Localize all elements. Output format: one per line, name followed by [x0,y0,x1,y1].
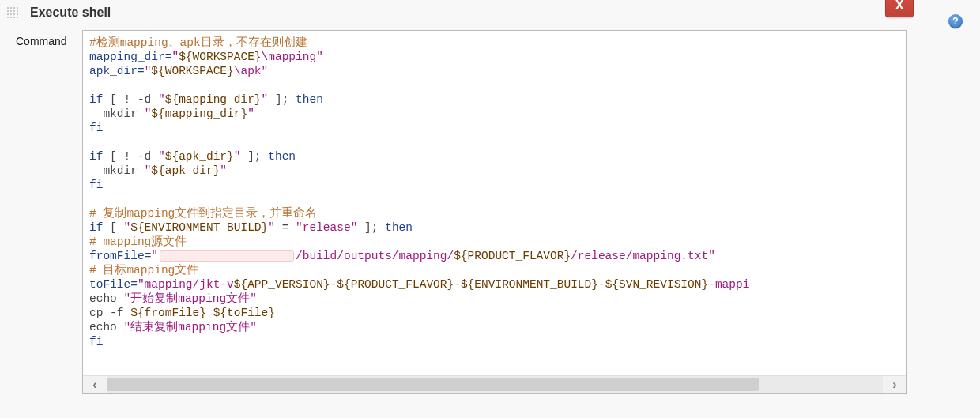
code-comment: # mapping源文件 [89,235,187,248]
code-kw: fi [89,335,103,348]
code-str: \apk" [234,65,269,77]
code-comment: # 目标mapping文件 [89,264,198,277]
code-str: /release/mapping.txt" [571,250,715,262]
scroll-right-icon[interactable]: › [883,376,906,393]
code-expansion: ${fromFile} [130,307,206,319]
command-label: Command [16,30,82,394]
svg-rect-1 [10,7,12,9]
svg-rect-2 [13,7,15,9]
code-op: = [138,65,145,77]
code-expansion: ${PRODUCT_FLAVOR} [337,278,454,291]
code-str: " [220,164,227,177]
code-str: -mappi [708,278,749,291]
code-expansion: ${WORKSPACE} [179,51,261,63]
code-text: [ [110,221,123,234]
code-kw: if [89,221,110,234]
code-expansion: ${mapping_dir} [151,107,247,120]
code-text: [ ! -d [110,93,158,106]
code-str: \mapping" [262,51,323,63]
svg-rect-9 [10,13,12,15]
code-text: ]; [357,221,385,234]
horizontal-scrollbar[interactable]: ‹ › [83,375,906,393]
code-text: = [275,221,296,234]
code-expansion: ${ENVIRONMENT_BUILD} [461,278,598,291]
scroll-thumb[interactable] [107,378,759,391]
command-row: Command #检测mapping、apk目录，不存在则创建 mapping_… [8,30,972,394]
code-text: echo [89,321,124,333]
code-comment: #检测mapping、apk目录，不存在则创建 [89,36,307,49]
code-str: - [454,278,461,291]
code-kw: fi [89,122,103,134]
code-op: = [130,278,138,291]
svg-rect-11 [17,13,18,15]
code-str: " [151,250,158,262]
code-str: " [268,221,275,234]
code-text: [ ! -d [110,150,158,163]
code-str: - [598,278,605,291]
code-expansion: ${SVN_REVISION} [605,278,709,291]
code-kw: if [89,93,110,106]
code-expansion: ${ENVIRONMENT_BUILD} [130,221,268,234]
code-text: mkdir [89,164,145,177]
code-str: "release" [296,221,357,234]
svg-rect-8 [7,13,9,15]
scroll-track[interactable] [107,376,883,393]
redacted-path [160,250,294,262]
code-expansion: ${apk_dir} [165,150,234,163]
scroll-left-icon[interactable]: ‹ [83,376,107,393]
code-str: "开始复制mapping文件" [124,292,257,305]
code-text: mkdir [89,107,145,120]
code-str: " [158,93,165,106]
code-text: echo [89,292,124,305]
code-kw: then [268,150,296,163]
code-expansion: ${WORKSPACE} [151,65,233,77]
build-step-execute-shell: Execute shell X ? Command #检测mapping、apk… [0,0,980,401]
svg-rect-4 [7,10,9,12]
svg-rect-15 [17,17,18,18]
code-text: ]; [268,93,296,106]
code-comment: # 复制mapping文件到指定目录，并重命名 [89,207,317,220]
code-expansion: ${APP_VERSION} [234,278,330,291]
svg-rect-6 [13,10,15,12]
code-expansion: ${mapping_dir} [165,93,262,106]
code-expansion: ${PRODUCT_FLAVOR} [454,250,571,262]
svg-rect-14 [13,17,15,18]
command-textarea[interactable]: #检测mapping、apk目录，不存在则创建 mapping_dir="${W… [83,31,906,375]
code-expansion: ${apk_dir} [151,164,220,177]
code-kw: then [296,93,323,106]
code-str: " [172,51,179,63]
svg-rect-3 [17,7,18,9]
code-str: "结束复制mapping文件" [124,321,257,333]
code-str: " [158,150,165,163]
svg-rect-5 [10,10,12,12]
code-var: apk_dir [89,65,138,77]
code-text: cp -f [89,307,130,319]
code-text: ]; [240,150,268,163]
code-kw: then [385,221,413,234]
code-var: fromFile [89,250,145,262]
code-str: /build/outputs/mapping/ [296,250,454,262]
code-expansion: ${toFile} [213,307,275,319]
code-var: toFile [89,278,130,291]
code-kw: fi [89,179,103,191]
help-icon[interactable]: ? [948,14,963,28]
code-str: " [124,221,131,234]
svg-rect-12 [7,17,9,18]
svg-rect-10 [13,13,15,15]
svg-rect-7 [17,10,18,12]
code-str: " [262,93,269,106]
command-editor[interactable]: #检测mapping、apk目录，不存在则创建 mapping_dir="${W… [82,30,907,394]
section-title: Execute shell [8,5,972,21]
code-str: - [330,278,337,291]
code-str: "mapping/jkt-v [138,278,234,291]
code-kw: if [89,150,110,163]
delete-step-button[interactable]: X [885,0,914,17]
drag-handle-icon[interactable] [5,5,21,21]
code-text [206,307,213,319]
svg-rect-13 [10,17,12,18]
code-var: mapping_dir [89,51,165,63]
code-str: " [247,107,254,120]
svg-rect-0 [7,7,9,9]
